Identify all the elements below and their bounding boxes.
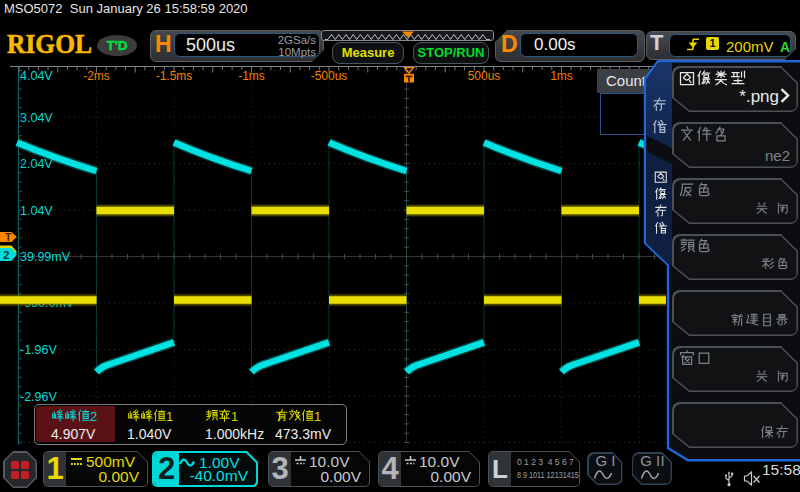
svg-text:1.04V: 1.04V: [20, 204, 53, 218]
svg-text:-1.5ms: -1.5ms: [156, 69, 193, 83]
svg-text:-500us: -500us: [311, 69, 348, 83]
svg-text:-2.96V: -2.96V: [20, 390, 57, 404]
svg-text:-1.96V: -1.96V: [20, 343, 57, 357]
svg-text:500us: 500us: [468, 69, 501, 83]
svg-text:4.04V: 4.04V: [20, 69, 53, 83]
svg-text:T: T: [5, 231, 12, 243]
svg-text:-2ms: -2ms: [83, 69, 110, 83]
svg-text:1ms: 1ms: [550, 69, 573, 83]
svg-text:2: 2: [3, 249, 9, 261]
svg-text:3.04V: 3.04V: [20, 111, 53, 125]
svg-text:-1ms: -1ms: [238, 69, 265, 83]
svg-text:39.99mV: 39.99mV: [20, 250, 71, 264]
